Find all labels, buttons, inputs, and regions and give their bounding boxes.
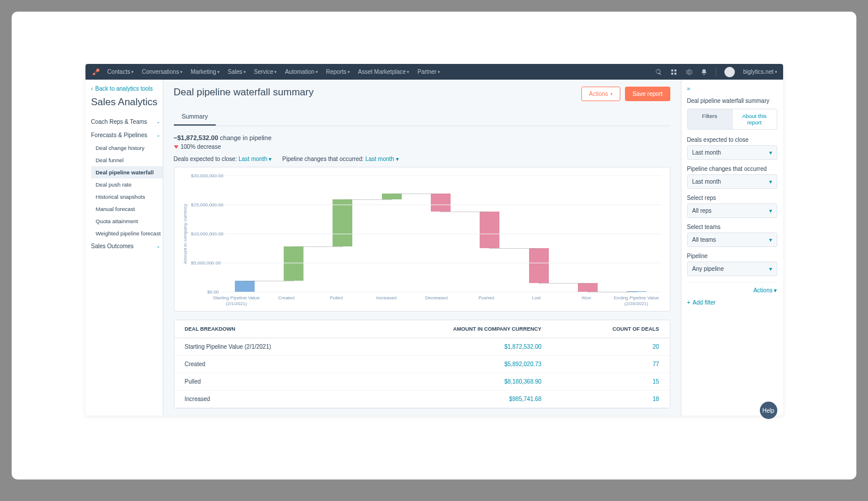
filter-select-select-reps[interactable]: All reps▾ bbox=[687, 203, 777, 218]
panel-tab-filters[interactable]: Filters bbox=[688, 109, 732, 129]
row-amount[interactable]: $5,892,020.73 bbox=[362, 356, 552, 373]
y-tick: $20,000,000.00 bbox=[191, 173, 219, 178]
waterfall-bar[interactable] bbox=[529, 248, 549, 283]
waterfall-chart: Amount in company currency $0.00$5,000,0… bbox=[174, 167, 670, 312]
row-count[interactable]: 15 bbox=[552, 373, 669, 391]
sidebar-item-deal-pipeline-waterfall[interactable]: Deal pipeline waterfall bbox=[91, 166, 163, 178]
waterfall-bar[interactable] bbox=[235, 281, 255, 292]
topnav-contacts[interactable]: Contacts ▾ bbox=[108, 69, 134, 75]
notifications-icon[interactable] bbox=[701, 69, 708, 76]
filter-deals-expected: Deals expected to close: Last month ▾ bbox=[174, 156, 272, 162]
row-count[interactable]: 18 bbox=[552, 391, 669, 408]
expand-panel-icon[interactable]: » bbox=[687, 85, 777, 92]
sidebar-item-deal-funnel[interactable]: Deal funnel bbox=[91, 154, 163, 166]
decrease-icon bbox=[174, 145, 178, 149]
filter-field-label: Pipeline changes that occurred bbox=[687, 166, 777, 172]
account-dropdown[interactable]: biglytics.net ▾ bbox=[743, 69, 777, 75]
filter-select-select-teams[interactable]: All teams▾ bbox=[687, 232, 777, 247]
sidebar-item-quota-attainment[interactable]: Quota attainment bbox=[91, 215, 163, 227]
topnav-service[interactable]: Service ▾ bbox=[254, 69, 277, 75]
svg-rect-6 bbox=[674, 73, 677, 75]
nav-group-sales-outcomes[interactable]: Sales Outcomes⌄ bbox=[91, 239, 163, 253]
filter-field-label: Select reps bbox=[687, 195, 777, 201]
hubspot-logo-icon[interactable] bbox=[91, 67, 101, 77]
y-tick: $0.00 bbox=[191, 289, 219, 295]
topnav-asset-marketplace[interactable]: Asset Marketplace ▾ bbox=[358, 69, 409, 75]
filter-field-label: Deals expected to close bbox=[687, 137, 777, 143]
table-row: Pulled$8,180,368.9015 bbox=[174, 373, 670, 391]
row-label: Created bbox=[174, 356, 362, 373]
waterfall-bar[interactable] bbox=[431, 194, 451, 212]
table-header[interactable]: DEAL BREAKDOWN bbox=[174, 320, 362, 338]
topnav-automation[interactable]: Automation ▾ bbox=[285, 69, 318, 75]
waterfall-bar[interactable] bbox=[578, 283, 598, 292]
sidebar-item-weighted-pipeline-forecast[interactable]: Weighted pipeline forecast bbox=[91, 227, 163, 239]
save-report-button[interactable]: Save report bbox=[625, 87, 670, 101]
tab-summary[interactable]: Summary bbox=[174, 108, 216, 126]
sidebar-item-deal-push-rate[interactable]: Deal push rate bbox=[91, 178, 163, 191]
y-axis-label: Amount in company currency bbox=[183, 176, 188, 292]
row-label: Increased bbox=[174, 391, 362, 408]
filter-pipeline-changes: Pipeline changes that occurred: Last mon… bbox=[283, 156, 399, 162]
pipeline-decrease-text: 100% decrease bbox=[174, 144, 670, 150]
waterfall-bar[interactable] bbox=[333, 199, 352, 247]
table-row: Increased$985,741.6818 bbox=[174, 391, 670, 408]
waterfall-bar[interactable] bbox=[284, 246, 303, 281]
marketplace-icon[interactable] bbox=[670, 69, 677, 76]
sidebar-item-deal-change-history[interactable]: Deal change history bbox=[91, 142, 163, 154]
y-tick: $10,000,000.00 bbox=[191, 231, 219, 237]
topnav-partner[interactable]: Partner ▾ bbox=[417, 69, 440, 75]
topnav-conversations[interactable]: Conversations ▾ bbox=[142, 69, 183, 75]
add-filter-link[interactable]: + Add filter bbox=[687, 299, 777, 306]
filter-pipeline-changes-value[interactable]: Last month ▾ bbox=[365, 156, 398, 162]
svg-point-0 bbox=[92, 73, 95, 75]
filter-deals-expected-value[interactable]: Last month ▾ bbox=[238, 156, 272, 162]
help-button[interactable]: Help bbox=[760, 402, 777, 419]
row-label: Pulled bbox=[174, 373, 362, 391]
row-amount[interactable]: $985,741.68 bbox=[362, 391, 552, 408]
avatar[interactable] bbox=[724, 67, 735, 77]
table-row: Starting Pipeline Value (2/1/2021)$1,872… bbox=[174, 338, 670, 356]
table-header[interactable]: COUNT OF DEALS bbox=[552, 320, 669, 338]
row-count[interactable]: 20 bbox=[552, 338, 669, 356]
row-label: Starting Pipeline Value (2/1/2021) bbox=[174, 338, 362, 356]
panel-actions-link[interactable]: Actions ▾ bbox=[753, 287, 777, 294]
nav-group-forecasts-pipelines[interactable]: Forecasts & Pipelines⌄ bbox=[91, 128, 163, 142]
x-tick: Decreased bbox=[412, 295, 462, 306]
x-tick: Pulled bbox=[312, 295, 362, 306]
filter-select-pipeline-changes-that-occurred[interactable]: Last month▾ bbox=[687, 174, 777, 189]
svg-rect-4 bbox=[674, 69, 677, 71]
app-window: Contacts ▾Conversations ▾Marketing ▾Sale… bbox=[85, 64, 783, 416]
row-count[interactable]: 77 bbox=[552, 356, 669, 373]
row-amount[interactable]: $8,180,368.90 bbox=[362, 373, 552, 391]
x-tick: Ending Pipeline Value (2/28/2021) bbox=[612, 295, 662, 306]
svg-rect-5 bbox=[671, 73, 674, 75]
filters-panel-title: Deal pipeline waterfall summary bbox=[687, 98, 777, 104]
back-link[interactable]: ‹ Back to analytics tools bbox=[91, 85, 163, 92]
waterfall-bar[interactable] bbox=[382, 194, 402, 199]
sidebar-item-historical-snapshots[interactable]: Historical snapshots bbox=[91, 191, 163, 203]
filter-select-pipeline[interactable]: Any pipeline▾ bbox=[687, 262, 777, 276]
waterfall-bar[interactable] bbox=[480, 212, 499, 248]
settings-icon[interactable] bbox=[685, 69, 692, 76]
table-row: Created$5,892,020.7377 bbox=[174, 356, 670, 373]
row-amount[interactable]: $1,872,532.00 bbox=[362, 338, 552, 356]
topnav-sales[interactable]: Sales ▾ bbox=[228, 69, 246, 75]
actions-button[interactable]: Actions ▾ bbox=[581, 87, 620, 101]
nav-group-coach-reps-teams[interactable]: Coach Reps & Teams⌄ bbox=[91, 115, 163, 128]
x-tick: Won bbox=[562, 295, 612, 306]
panel-tab-about[interactable]: About this report bbox=[732, 109, 777, 129]
x-tick: Lost bbox=[512, 295, 562, 306]
x-tick: Pushed bbox=[462, 295, 512, 306]
topnav-reports[interactable]: Reports ▾ bbox=[326, 69, 350, 75]
sidebar-title: Sales Analytics bbox=[91, 96, 163, 108]
sidebar-item-manual-forecast[interactable]: Manual forecast bbox=[91, 203, 163, 215]
filter-select-deals-expected-to-close[interactable]: Last month▾ bbox=[687, 145, 777, 160]
filter-field-label: Pipeline bbox=[687, 253, 777, 259]
search-icon[interactable] bbox=[655, 69, 662, 76]
page-title: Deal pipeline waterfall summary bbox=[174, 87, 314, 98]
topnav-marketing[interactable]: Marketing ▾ bbox=[191, 69, 220, 75]
pipeline-change-value: −$1,872,532.00 change in pipeline bbox=[174, 134, 670, 141]
sidebar: ‹ Back to analytics tools Sales Analytic… bbox=[85, 80, 163, 416]
table-header[interactable]: AMOUNT IN COMPANY CURRENCY bbox=[362, 320, 552, 338]
